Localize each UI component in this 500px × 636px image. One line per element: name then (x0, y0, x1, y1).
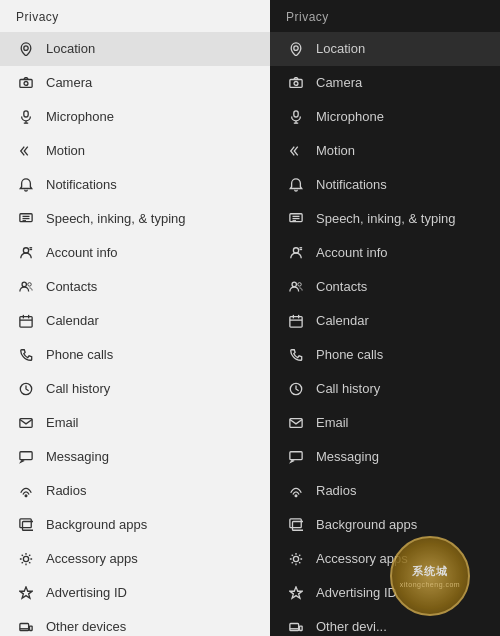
dark-label-motion: Motion (316, 143, 355, 160)
svg-rect-3 (24, 111, 28, 117)
microphone-icon (16, 107, 36, 127)
light-label-microphone: Microphone (46, 109, 114, 126)
light-label-motion: Motion (46, 143, 85, 160)
dark-accessory-apps-icon (286, 549, 306, 569)
dark-label-advertising-id: Advertising ID (316, 585, 397, 602)
light-menu-item-email[interactable]: Email (0, 406, 270, 440)
light-label-phone-calls: Phone calls (46, 347, 113, 364)
dark-label-notifications: Notifications (316, 177, 387, 194)
radios-icon (16, 481, 36, 501)
light-menu-item-speech[interactable]: Speech, inking, & typing (0, 202, 270, 236)
phone-calls-icon (16, 345, 36, 365)
camera-icon (16, 73, 36, 93)
light-menu-list: Location Camera Microphone Motion Notifi… (0, 32, 270, 636)
dark-menu-item-contacts[interactable]: Contacts (270, 270, 500, 304)
svg-rect-27 (30, 626, 33, 630)
light-menu-item-call-history[interactable]: Call history (0, 372, 270, 406)
light-menu-item-notifications[interactable]: Notifications (0, 168, 270, 202)
dark-label-email: Email (316, 415, 349, 432)
light-label-messaging: Messaging (46, 449, 109, 466)
dark-menu-item-accessory-apps[interactable]: Accessory apps (270, 542, 500, 576)
dark-label-call-history: Call history (316, 381, 380, 398)
svg-rect-50 (290, 452, 302, 460)
light-menu-item-motion[interactable]: Motion (0, 134, 270, 168)
dark-label-microphone: Microphone (316, 109, 384, 126)
light-label-email: Email (46, 415, 79, 432)
contacts-icon (16, 277, 36, 297)
light-label-radios: Radios (46, 483, 86, 500)
svg-rect-30 (290, 80, 302, 88)
light-menu-item-phone-calls[interactable]: Phone calls (0, 338, 270, 372)
dark-menu-item-account-info[interactable]: Account info (270, 236, 500, 270)
light-menu-item-accessory-apps[interactable]: Accessory apps (0, 542, 270, 576)
dark-menu-item-background-apps[interactable]: Background apps (270, 508, 500, 542)
dark-label-account-info: Account info (316, 245, 388, 262)
svg-point-39 (293, 248, 298, 253)
light-label-camera: Camera (46, 75, 92, 92)
light-menu-item-location[interactable]: Location (0, 32, 270, 66)
dark-label-speech: Speech, inking, & typing (316, 211, 455, 228)
light-label-advertising-id: Advertising ID (46, 585, 127, 602)
svg-rect-49 (290, 419, 302, 428)
dark-microphone-icon (286, 107, 306, 127)
dark-menu-item-other-devi[interactable]: Other devi... (270, 610, 500, 636)
account-info-icon (16, 243, 36, 263)
svg-point-2 (24, 82, 28, 86)
location-icon (16, 39, 36, 59)
dark-label-background-apps: Background apps (316, 517, 417, 534)
light-menu-item-account-info[interactable]: Account info (0, 236, 270, 270)
dark-menu-item-email[interactable]: Email (270, 406, 500, 440)
light-menu-item-background-apps[interactable]: Background apps (0, 508, 270, 542)
dark-phone-calls-icon (286, 345, 306, 365)
light-menu-item-advertising-id[interactable]: Advertising ID (0, 576, 270, 610)
svg-point-54 (293, 556, 298, 561)
dark-menu-item-advertising-id[interactable]: Advertising ID (270, 576, 500, 610)
light-menu-item-microphone[interactable]: Microphone (0, 100, 270, 134)
messaging-icon (16, 447, 36, 467)
svg-point-25 (23, 556, 28, 561)
light-menu-item-calendar[interactable]: Calendar (0, 304, 270, 338)
dark-label-contacts: Contacts (316, 279, 367, 296)
background-apps-icon (16, 515, 36, 535)
dark-email-icon (286, 413, 306, 433)
dark-menu-item-notifications[interactable]: Notifications (270, 168, 500, 202)
svg-point-0 (24, 46, 28, 50)
dark-menu-item-radios[interactable]: Radios (270, 474, 500, 508)
svg-rect-23 (20, 519, 31, 528)
svg-point-14 (28, 283, 32, 287)
dark-messaging-icon (286, 447, 306, 467)
light-menu-item-other-devices[interactable]: Other devices (0, 610, 270, 636)
dark-other-devi-icon (286, 617, 306, 636)
light-menu-item-messaging[interactable]: Messaging (0, 440, 270, 474)
light-label-other-devices: Other devices (46, 619, 126, 636)
dark-menu-item-location[interactable]: Location (270, 32, 500, 66)
advertising-id-icon (16, 583, 36, 603)
light-menu-item-camera[interactable]: Camera (0, 66, 270, 100)
dark-menu-item-camera[interactable]: Camera (270, 66, 500, 100)
dark-menu-item-speech[interactable]: Speech, inking, & typing (270, 202, 500, 236)
dark-menu-item-microphone[interactable]: Microphone (270, 100, 500, 134)
light-label-accessory-apps: Accessory apps (46, 551, 138, 568)
dark-menu-item-calendar[interactable]: Calendar (270, 304, 500, 338)
dark-menu-item-phone-calls[interactable]: Phone calls (270, 338, 500, 372)
dark-menu-item-motion[interactable]: Motion (270, 134, 500, 168)
dark-calendar-icon (286, 311, 306, 331)
svg-rect-55 (290, 624, 299, 631)
light-menu-item-contacts[interactable]: Contacts (0, 270, 270, 304)
calendar-icon (16, 311, 36, 331)
dark-menu-item-call-history[interactable]: Call history (270, 372, 500, 406)
light-panel: Privacy Location Camera Microphone Motio… (0, 0, 270, 636)
dark-label-other-devi: Other devi... (316, 619, 387, 636)
dark-panel: Privacy Location Camera Microphone Motio… (270, 0, 500, 636)
dark-menu-item-messaging[interactable]: Messaging (270, 440, 500, 474)
dark-label-messaging: Messaging (316, 449, 379, 466)
light-label-speech: Speech, inking, & typing (46, 211, 185, 228)
dark-camera-icon (286, 73, 306, 93)
dark-background-apps-icon (286, 515, 306, 535)
dark-call-history-icon (286, 379, 306, 399)
dark-label-radios: Radios (316, 483, 356, 500)
svg-point-22 (25, 495, 27, 497)
light-menu-item-radios[interactable]: Radios (0, 474, 270, 508)
dark-radios-icon (286, 481, 306, 501)
dark-label-camera: Camera (316, 75, 362, 92)
